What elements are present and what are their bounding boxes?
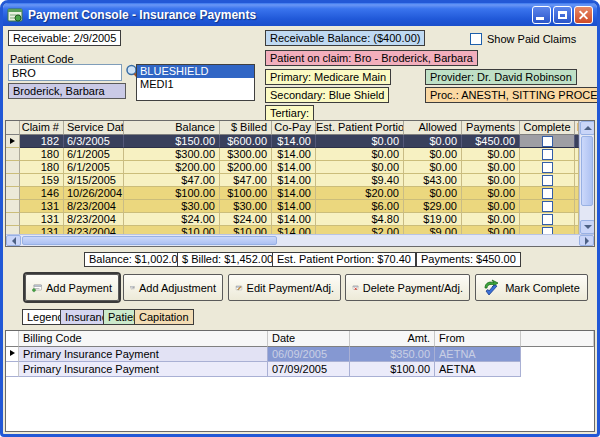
claims-cell: $4.80 <box>316 213 404 226</box>
row-indicator-cell <box>6 226 20 234</box>
claims-cell: $20.00 <box>316 187 404 200</box>
complete-cell <box>520 148 575 161</box>
complete-checkbox-icon[interactable] <box>542 175 553 186</box>
claims-row[interactable]: 1806/1/2005$200.00$200.00$14.00$0.00$0.0… <box>6 161 579 174</box>
claims-cell: $0.00 <box>404 187 462 200</box>
insurance-plan-listbox[interactable]: BLUESHIELD MEDI1 <box>136 64 255 101</box>
add-payment-icon <box>32 280 42 296</box>
col-amt[interactable]: Amt. <box>350 331 435 347</box>
row-indicator-cell <box>6 187 20 200</box>
claims-col-header[interactable]: Est. Patient Portion <box>316 121 404 135</box>
claims-cell: $9.40 <box>316 174 404 187</box>
claims-cell: 180 <box>20 148 64 161</box>
add-payment-button[interactable]: Add Payment <box>25 274 119 301</box>
complete-checkbox-icon[interactable] <box>542 227 553 235</box>
claims-cell: $14.00 <box>272 174 316 187</box>
scroll-right-icon[interactable] <box>579 235 594 246</box>
window-title: Payment Console - Insurance Payments <box>28 8 256 22</box>
claims-cell: $10.00 <box>124 226 220 234</box>
claims-cell: $200.00 <box>220 161 272 174</box>
claims-row[interactable]: 1826/3/2005$150.00$600.00$14.00$0.00$0.0… <box>6 135 579 148</box>
claims-row[interactable]: 1806/1/2005$300.00$300.00$14.00$0.00$0.0… <box>6 148 579 161</box>
claims-cell: 8/23/2004 <box>64 213 124 226</box>
claims-cell: 3/15/2005 <box>64 174 124 187</box>
close-button[interactable] <box>574 6 593 24</box>
hscroll-thumb[interactable] <box>22 236 277 245</box>
claims-row[interactable]: 1318/23/2004$24.00$24.00$14.00$4.80$19.0… <box>6 213 579 226</box>
complete-checkbox-icon[interactable] <box>542 162 553 173</box>
claims-grid-header: Claim #Service DateBalance$ BilledCo-Pay… <box>6 121 579 135</box>
mark-complete-button[interactable]: Mark Complete <box>475 274 588 301</box>
delete-payment-icon <box>352 280 359 296</box>
edit-payment-button[interactable]: Edit Payment/Adj. <box>228 274 341 301</box>
claims-vertical-scrollbar[interactable] <box>579 121 594 234</box>
row-indicator-cell <box>6 161 20 174</box>
payments-grid-rows: Primary Insurance Payment06/09/2005$350.… <box>6 347 594 377</box>
claims-cell: $450.00 <box>462 135 520 148</box>
minimize-button[interactable] <box>532 6 551 24</box>
receivable-balance-label: Receivable Balance: ($400.00) <box>265 30 425 46</box>
claims-col-header[interactable]: Balance <box>124 121 220 135</box>
complete-checkbox-icon[interactable] <box>542 201 553 212</box>
claims-col-header[interactable]: Payments <box>462 121 520 135</box>
col-billing-code[interactable]: Billing Code <box>19 331 268 347</box>
claims-col-header[interactable]: Co-Pay <box>272 121 316 135</box>
scroll-left-icon[interactable] <box>6 235 21 246</box>
col-date[interactable]: Date <box>268 331 350 347</box>
payment-row[interactable]: Primary Insurance Payment07/09/2005$100.… <box>6 362 594 377</box>
header-indicator-cell <box>6 121 20 135</box>
complete-cell <box>520 226 575 234</box>
claims-horizontal-scrollbar[interactable] <box>6 234 594 246</box>
primary-plan-label: Primary: Medicare Main <box>265 69 391 85</box>
patient-code-input[interactable] <box>8 64 122 81</box>
vscroll-thumb[interactable] <box>581 136 593 206</box>
add-adjustment-button[interactable]: Add Adjustment <box>123 274 223 301</box>
claims-cell: $0.00 <box>404 161 462 174</box>
payments-grid-header: Billing Code Date Amt. From <box>6 331 594 347</box>
claims-col-header[interactable]: $ Billed <box>220 121 272 135</box>
complete-cell <box>520 187 575 200</box>
claims-cell: 10/26/2004 <box>64 187 124 200</box>
complete-cell <box>520 200 575 213</box>
scroll-up-icon[interactable] <box>580 121 595 135</box>
complete-checkbox-icon[interactable] <box>542 149 553 160</box>
list-item-medi1[interactable]: MEDI1 <box>137 78 254 91</box>
col-from[interactable]: From <box>435 331 521 347</box>
scroll-down-icon[interactable] <box>580 220 595 234</box>
claims-cell: $47.00 <box>124 174 220 187</box>
claims-grid-rows: 1826/3/2005$150.00$600.00$14.00$0.00$0.0… <box>6 135 579 234</box>
patient-name-label: Broderick, Barbara <box>8 83 126 99</box>
claims-cell: $0.00 <box>462 148 520 161</box>
complete-checkbox-icon[interactable] <box>542 214 553 225</box>
claims-cell: $6.00 <box>316 200 404 213</box>
complete-checkbox-icon[interactable] <box>542 188 553 199</box>
add-adjustment-icon <box>130 280 135 296</box>
claims-col-header[interactable]: Allowed <box>404 121 462 135</box>
claims-row[interactable]: 1593/15/2005$47.00$47.00$14.00$9.40$43.0… <box>6 174 579 187</box>
checkbox-icon[interactable] <box>470 33 482 45</box>
payment-row[interactable]: Primary Insurance Payment06/09/2005$350.… <box>6 347 594 362</box>
claims-cell: $100.00 <box>220 187 272 200</box>
claims-col-header[interactable]: Service Date <box>64 121 124 135</box>
claims-cell: $0.00 <box>316 135 404 148</box>
claims-row[interactable]: 14610/26/2004$100.00$100.00$14.00$20.00$… <box>6 187 579 200</box>
legend-capitation: Capitation <box>134 309 194 325</box>
claims-cell: $0.00 <box>462 187 520 200</box>
list-item-blueshield[interactable]: BLUESHIELD <box>137 65 254 78</box>
claims-col-header[interactable]: Complete <box>520 121 575 135</box>
claims-cell: $150.00 <box>124 135 220 148</box>
claims-row[interactable]: 1318/23/2004$30.00$30.00$14.00$6.00$29.0… <box>6 200 579 213</box>
claims-col-header[interactable]: Claim # <box>20 121 64 135</box>
show-paid-claims-checkbox[interactable]: Show Paid Claims <box>470 33 576 45</box>
title-bar[interactable]: Payment Console - Insurance Payments <box>3 3 597 26</box>
maximize-button[interactable] <box>553 6 572 24</box>
complete-checkbox-icon[interactable] <box>542 136 553 147</box>
claims-cell: 6/1/2005 <box>64 161 124 174</box>
claims-row[interactable]: 1318/23/2004$10.00$10.00$14.00$2.00$9.00… <box>6 226 579 234</box>
claims-cell: 131 <box>20 226 64 234</box>
claims-cell: 8/23/2004 <box>64 226 124 234</box>
claims-cell: $100.00 <box>124 187 220 200</box>
delete-payment-button[interactable]: Delete Payment/Adj. <box>345 274 470 301</box>
claims-cell: $200.00 <box>124 161 220 174</box>
claims-cell: 131 <box>20 200 64 213</box>
